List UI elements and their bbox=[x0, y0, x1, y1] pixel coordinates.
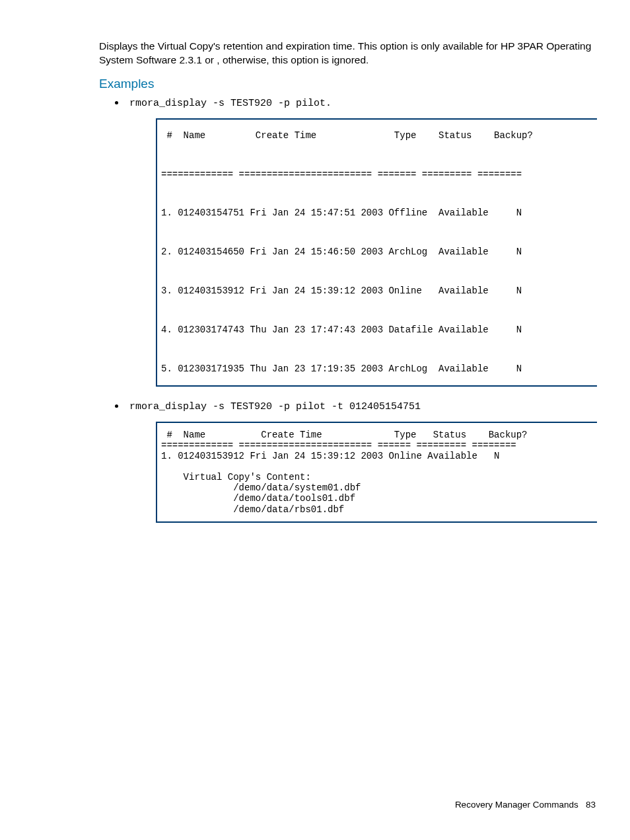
example-command: rmora_display -s TEST920 -p pilot. bbox=[129, 98, 332, 109]
footer-page-number: 83 bbox=[586, 800, 596, 810]
example-item: rmora_display -s TEST920 -p pilot. # Nam… bbox=[125, 96, 597, 387]
example-item: rmora_display -s TEST920 -p pilot -t 012… bbox=[125, 400, 597, 523]
example-output: # Name Create Time Type Status Backup? =… bbox=[156, 118, 597, 387]
example-command: rmora_display -s TEST920 -p pilot -t 012… bbox=[129, 401, 421, 412]
examples-heading: Examples bbox=[99, 77, 597, 91]
page-footer: Recovery Manager Commands 83 bbox=[455, 800, 596, 810]
footer-section: Recovery Manager Commands bbox=[455, 800, 578, 810]
example-output: # Name Create Time Type Status Backup? =… bbox=[156, 422, 597, 523]
intro-paragraph: Displays the Virtual Copy's retention an… bbox=[99, 40, 597, 67]
example-list: rmora_display -s TEST920 -p pilot. # Nam… bbox=[99, 96, 597, 523]
